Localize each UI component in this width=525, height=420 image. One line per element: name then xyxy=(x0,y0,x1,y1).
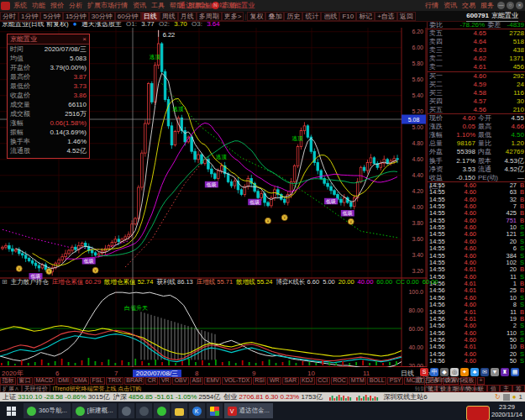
taskbar-app[interactable] xyxy=(118,403,134,418)
bid-row[interactable]: 买一4.60292 xyxy=(428,72,525,81)
action-叠加[interactable]: 叠加 xyxy=(265,12,284,21)
indicator-tab-VR[interactable]: VR xyxy=(159,377,171,385)
extension-扩展∧[interactable]: 扩展∧ xyxy=(0,385,22,392)
action-画线[interactable]: 画线 xyxy=(321,12,339,21)
indicator-tab-DMI[interactable]: DMI xyxy=(56,377,71,385)
indicator-tab-PSY[interactable]: PSY xyxy=(387,377,403,385)
period-日线[interactable]: 日线 xyxy=(141,12,160,21)
menu-item-工具[interactable]: 工具 xyxy=(149,2,167,9)
taskbar-app[interactable] xyxy=(154,403,170,418)
ask-row[interactable]: 卖三4.63438 xyxy=(428,46,525,55)
period-月线[interactable]: 月线 xyxy=(178,12,197,21)
indicator-tab-BOLL[interactable]: BOLL xyxy=(367,377,386,385)
indicator-tab-WR[interactable]: WR xyxy=(267,377,281,385)
period-5分钟[interactable]: 5分钟 xyxy=(40,12,62,21)
indicator-tab-MACD[interactable]: MACD xyxy=(34,377,55,385)
indicator-tab-FSL[interactable]: FSL xyxy=(90,377,105,385)
menu-item-系统[interactable]: 系统 xyxy=(11,2,29,9)
indicator-tab-ASI[interactable]: ASI xyxy=(190,377,203,385)
indicator-tab-VOL-TDX[interactable]: VOL-TDX xyxy=(222,377,251,385)
ask-row[interactable]: 卖五4.652728 xyxy=(428,29,525,38)
title-button-服务[interactable]: 服务 xyxy=(479,1,496,10)
float-icon[interactable]: ✦ xyxy=(460,368,469,376)
period-周线[interactable]: 周线 xyxy=(160,12,178,21)
indicator-tab-KDJ[interactable]: KDJ xyxy=(300,377,315,385)
action-+自选[interactable]: +自选 xyxy=(375,12,397,21)
float-icon[interactable]: 中 xyxy=(430,368,438,376)
indicator-tab-BRAR[interactable]: BRAR xyxy=(124,377,144,385)
indicator-tab-RSI[interactable]: RSI xyxy=(253,377,267,385)
bid-row[interactable]: 买五4.56210 xyxy=(428,106,525,114)
indicator-tab-ROC[interactable]: ROC xyxy=(331,377,349,385)
coin-icon[interactable]: ● xyxy=(512,393,517,401)
float-icon[interactable]: ▼ xyxy=(491,368,499,376)
taskbar-app-通达信金...[interactable]: V通达信金... xyxy=(224,403,273,418)
period-30分钟[interactable]: 30分钟 xyxy=(89,12,115,21)
indicator-tab-EMV[interactable]: EMV xyxy=(204,377,221,385)
period-多周期[interactable]: 多周期 xyxy=(197,12,222,21)
title-button-资讯[interactable]: 资讯 xyxy=(442,1,459,10)
ask-row[interactable]: 卖四4.64518 xyxy=(428,38,525,46)
ask-row[interactable]: 卖一4.61456 xyxy=(428,63,525,71)
taskbar-app[interactable]: K xyxy=(189,403,205,418)
index-沪深[interactable]: 沪深 4856.85 -51.61 -1.05% 2554亿 xyxy=(113,393,221,401)
menu-item-分析[interactable]: 分析 xyxy=(66,2,85,9)
indicator-tab-TRIX[interactable]: TRIX xyxy=(106,377,123,385)
action-复权[interactable]: 复权 xyxy=(247,12,265,21)
indicator-tab-CCI[interactable]: CCI xyxy=(316,377,330,385)
refresh-icon[interactable]: ↻ xyxy=(495,393,501,401)
indicator-tab-DMA[interactable]: DMA xyxy=(71,377,89,385)
float-icon[interactable]: ◆ xyxy=(440,368,449,376)
indicator-tab-SAR[interactable]: SAR xyxy=(282,377,298,385)
kline-info-popup[interactable]: 京能置业 × 时间2020/07/08/三均值5.083开盘价3.79(0.00… xyxy=(7,34,90,159)
close-icon[interactable]: × xyxy=(516,2,523,9)
extension-关联报价[interactable]: 关联报价 xyxy=(22,385,50,392)
ask-row[interactable]: 卖二4.621371 xyxy=(428,55,525,63)
promo-badge[interactable] xyxy=(466,406,490,420)
taskbar-app[interactable] xyxy=(136,403,152,418)
minimize-icon[interactable]: — xyxy=(497,2,505,9)
start-button[interactable] xyxy=(0,402,22,420)
action-统计[interactable]: 统计 xyxy=(302,12,321,21)
taskbar-app[interactable] xyxy=(171,403,187,418)
menu-item-功能[interactable]: 功能 xyxy=(29,2,48,9)
indicator-tab-CR[interactable]: CR xyxy=(145,377,158,385)
period-15分钟[interactable]: 15分钟 xyxy=(63,12,89,21)
bid-row[interactable]: 买二4.5924 xyxy=(428,81,525,89)
menu-item-扩展市场行情[interactable]: 扩展市场行情 xyxy=(85,2,130,9)
taskbar-app-[新建概...[interactable]: [新建概... xyxy=(72,403,117,418)
float-icon[interactable]: S xyxy=(420,368,428,376)
taskbar-app-360导航...[interactable]: 360导航... xyxy=(24,403,71,418)
title-button-交易[interactable]: 交易 xyxy=(460,1,477,10)
bid-row[interactable]: 买三4.58116 xyxy=(428,89,525,97)
float-icon[interactable]: ▦ xyxy=(511,368,519,376)
popup-close-icon[interactable]: × xyxy=(82,34,87,44)
float-icon[interactable]: ♜ xyxy=(501,368,509,376)
indicator-tab-OBV[interactable]: OBV xyxy=(172,377,189,385)
restore-icon[interactable]: ○ xyxy=(507,2,514,9)
menu-item-报价[interactable]: 报价 xyxy=(48,2,66,9)
title-button-行情[interactable]: 行情 xyxy=(423,1,440,10)
index-上证[interactable]: 上证 3310.10 -28.58 -0.86% 3015亿 xyxy=(3,393,110,401)
index-创业[interactable]: 创业 2706.81 6.30 0.23% 1753亿 xyxy=(223,393,323,401)
float-icon[interactable]: ♣ xyxy=(470,368,479,376)
indicator-tab-窗口[interactable]: 窗口 xyxy=(17,377,33,385)
float-icon[interactable]: ◎ xyxy=(450,368,459,376)
clock[interactable]: 23:29 2020/11/14 xyxy=(491,403,522,418)
menu-item-资讯[interactable]: 资讯 xyxy=(130,2,149,9)
float-icon[interactable]: ✉ xyxy=(480,368,489,376)
period-1分钟[interactable]: 1分钟 xyxy=(18,12,40,21)
indicator-tab-指标[interactable]: 指标 xyxy=(0,377,16,385)
action-返回[interactable]: 返回 xyxy=(397,12,416,21)
action-F10[interactable]: F10 xyxy=(339,12,356,21)
indicator-tab-MTM[interactable]: MTM xyxy=(349,377,366,385)
action-标记[interactable]: 标记 xyxy=(356,12,375,21)
expand-icon[interactable]: ⊞ xyxy=(2,278,8,286)
period-60分钟[interactable]: 60分钟 xyxy=(115,12,141,21)
chart-area[interactable]: 京能置业(日线 前复权) ● 通天涨选股主 O1: 3.77 O2: 3.70 … xyxy=(0,21,427,370)
server-label[interactable]: 深圳双线主站6 xyxy=(383,392,427,402)
window-icon[interactable] xyxy=(503,394,510,401)
taskbar-app[interactable] xyxy=(207,403,223,418)
period-分时[interactable]: 分时 xyxy=(0,12,18,21)
promo-link[interactable]: iTrend研究终端荣誉上线 点击订购 xyxy=(53,385,142,393)
